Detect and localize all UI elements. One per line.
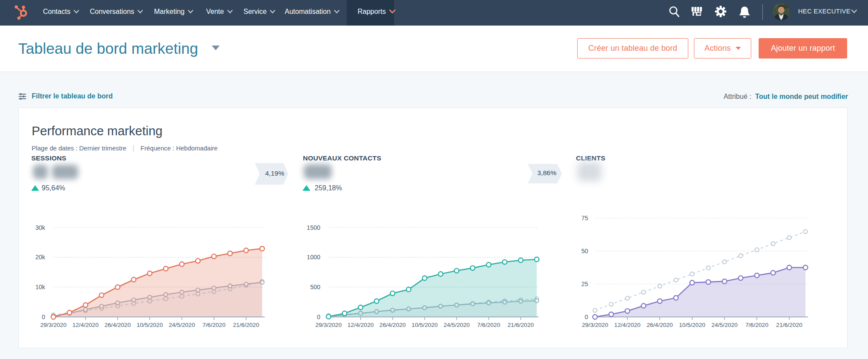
svg-text:7/6/2020: 7/6/2020 [746,322,769,328]
svg-text:30k: 30k [35,224,46,231]
svg-text:24/5/2020: 24/5/2020 [444,322,470,328]
svg-text:HEC EXECUTIVE: HEC EXECUTIVE [798,8,851,15]
svg-text:50: 50 [581,248,588,255]
svg-text:0: 0 [585,313,588,320]
svg-text:0: 0 [42,313,45,320]
svg-text:10/5/2020: 10/5/2020 [679,322,706,328]
svg-text:25: 25 [581,281,588,287]
svg-text:21/6/2020: 21/6/2020 [508,322,534,328]
svg-text:21/6/2020: 21/6/2020 [233,322,260,328]
svg-text:7/6/2020: 7/6/2020 [477,322,500,328]
svg-text:29/3/2020: 29/3/2020 [582,322,608,328]
svg-text:12/4/2020: 12/4/2020 [72,322,99,328]
svg-text:0: 0 [317,313,320,320]
svg-text:24/5/2020: 24/5/2020 [711,322,738,328]
svg-text:500: 500 [310,284,321,290]
svg-text:26/4/2020: 26/4/2020 [105,322,131,328]
svg-text:26/4/2020: 26/4/2020 [379,322,406,328]
svg-text:10/5/2020: 10/5/2020 [411,322,438,328]
svg-text:10/5/2020: 10/5/2020 [137,322,163,328]
svg-text:20k: 20k [35,254,46,261]
svg-text:12/4/2020: 12/4/2020 [348,322,374,328]
svg-text:29/3/2020: 29/3/2020 [40,322,67,328]
svg-text:12/4/2020: 12/4/2020 [614,322,641,328]
svg-text:26/4/2020: 26/4/2020 [647,322,673,328]
svg-text:10k: 10k [35,284,46,290]
svg-text:21/6/2020: 21/6/2020 [776,322,802,328]
svg-text:24/5/2020: 24/5/2020 [169,322,195,328]
svg-text:1000: 1000 [307,254,320,261]
svg-text:29/3/2020: 29/3/2020 [316,322,342,328]
svg-text:1500: 1500 [307,224,320,231]
svg-text:7/6/2020: 7/6/2020 [203,322,226,328]
svg-text:75: 75 [581,215,588,222]
